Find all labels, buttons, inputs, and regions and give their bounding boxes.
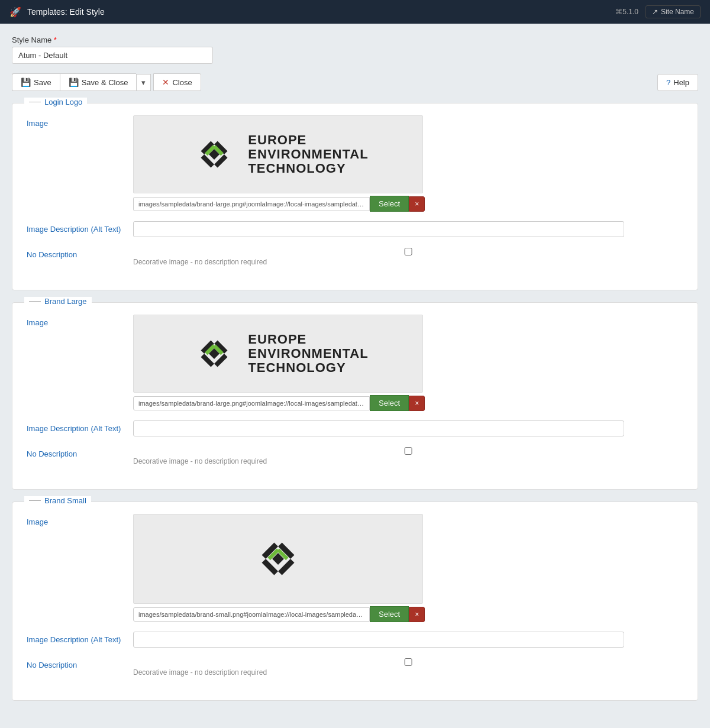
alt-label-login-logo: Image Description (Alt Text) <box>27 221 133 234</box>
section-legend-login-logo: Login Logo <box>24 98 87 106</box>
select-button-login-logo[interactable]: Select <box>370 196 409 212</box>
alt-row-brand-large: Image Description (Alt Text) <box>27 420 683 436</box>
save-icon: 💾 <box>21 77 31 87</box>
image-label-login-logo: Image <box>27 115 133 128</box>
alt-label-brand-large: Image Description (Alt Text) <box>27 420 133 433</box>
alt-content-brand-small <box>133 632 683 648</box>
chevron-down-icon: ▾ <box>141 78 146 87</box>
section-brand-small: Brand Small Image Select <box>12 501 698 701</box>
section-title-brand-large: Brand Large <box>44 297 87 306</box>
rocket-icon: 🚀 <box>9 7 21 18</box>
image-content-brand-small: Select × <box>133 514 683 622</box>
image-content-brand-large: EUROPE ENVIRONMENTAL TECHNOLOGY Select × <box>133 315 683 411</box>
image-row-brand-small: Image Select × <box>27 514 683 622</box>
section-brand-large: Brand Large Image <box>12 302 698 490</box>
image-preview-brand-large: EUROPE ENVIRONMENTAL TECHNOLOGY <box>133 315 423 393</box>
external-link-icon: ↗ <box>652 8 658 16</box>
image-row-login-logo: Image <box>27 115 683 212</box>
image-select-row-brand-large: Select × <box>133 395 683 411</box>
save-close-button[interactable]: 💾 Save & Close <box>60 73 137 91</box>
page-title: Templates: Edit Style <box>27 7 105 17</box>
image-row-brand-large: Image <box>27 315 683 411</box>
style-name-input[interactable] <box>12 47 213 64</box>
no-desc-checkbox-login-logo[interactable] <box>133 248 683 255</box>
legend-line <box>29 301 41 302</box>
alt-row-brand-small: Image Description (Alt Text) <box>27 632 683 648</box>
image-path-input-login-logo[interactable] <box>133 197 370 211</box>
no-desc-content-login-logo: Decorative image - no description requir… <box>133 247 683 266</box>
help-icon: ? <box>666 78 670 87</box>
site-name-label: Site Name <box>661 8 694 16</box>
no-desc-hint-brand-small: Decorative image - no description requir… <box>133 668 683 677</box>
close-icon: ✕ <box>162 77 169 87</box>
site-name-button[interactable]: ↗ Site Name <box>646 5 701 18</box>
alt-input-brand-small[interactable] <box>133 632 624 648</box>
image-label-brand-large: Image <box>27 315 133 327</box>
no-desc-checkbox-brand-large[interactable] <box>133 447 683 455</box>
save-button[interactable]: 💾 Save <box>12 73 60 91</box>
select-button-brand-small[interactable]: Select <box>370 606 409 622</box>
alt-content-brand-large <box>133 420 683 436</box>
toolbar: 💾 Save 💾 Save & Close ▾ ✕ Close ? Help <box>12 73 698 91</box>
help-button[interactable]: ? Help <box>657 74 698 91</box>
section-login-logo: Login Logo Image <box>12 103 698 290</box>
main-content: Style Name * 💾 Save 💾 Save & Close ▾ ✕ C… <box>0 24 710 728</box>
dropdown-button[interactable]: ▾ <box>136 74 151 91</box>
image-select-row-login-logo: Select × <box>133 196 683 212</box>
no-desc-row-brand-small: No Description Decorative image - no des… <box>27 657 683 677</box>
no-desc-checkbox-brand-small[interactable] <box>133 658 683 666</box>
alt-label-brand-small: Image Description (Alt Text) <box>27 632 133 644</box>
section-title-brand-small: Brand Small <box>44 496 86 505</box>
no-desc-label-login-logo: No Description <box>27 247 133 259</box>
alt-row-login-logo: Image Description (Alt Text) <box>27 221 683 237</box>
topbar-left: 🚀 Templates: Edit Style <box>9 7 105 18</box>
image-label-brand-small: Image <box>27 514 133 526</box>
select-button-brand-large[interactable]: Select <box>370 395 409 411</box>
alt-content-login-logo <box>133 221 683 237</box>
clear-button-brand-small[interactable]: × <box>409 607 425 622</box>
alt-input-brand-large[interactable] <box>133 420 624 436</box>
image-select-row-brand-small: Select × <box>133 606 683 622</box>
topbar: 🚀 Templates: Edit Style ⌘5.1.0 ↗ Site Na… <box>0 0 710 24</box>
no-desc-content-brand-large: Decorative image - no description requir… <box>133 446 683 465</box>
topbar-right: ⌘5.1.0 ↗ Site Name <box>615 5 701 18</box>
section-legend-brand-small: Brand Small <box>24 496 91 505</box>
image-preview-brand-small <box>133 514 423 604</box>
no-desc-label-brand-small: No Description <box>27 657 133 669</box>
image-preview-login-logo: EUROPE ENVIRONMENTAL TECHNOLOGY <box>133 115 423 193</box>
close-button[interactable]: ✕ Close <box>153 73 201 91</box>
image-path-input-brand-large[interactable] <box>133 396 370 410</box>
image-path-input-brand-small[interactable] <box>133 607 370 622</box>
style-name-group: Style Name * <box>12 35 698 64</box>
no-desc-content-brand-small: Decorative image - no description requir… <box>133 657 683 677</box>
no-desc-hint-brand-large: Decorative image - no description requir… <box>133 457 683 465</box>
save-close-icon: 💾 <box>69 77 79 87</box>
no-desc-hint-login-logo: Decorative image - no description requir… <box>133 258 683 266</box>
legend-line <box>29 102 41 102</box>
alt-input-login-logo[interactable] <box>133 221 624 237</box>
no-desc-label-brand-large: No Description <box>27 446 133 458</box>
no-desc-row-login-logo: No Description Decorative image - no des… <box>27 247 683 266</box>
legend-line <box>29 500 41 501</box>
clear-button-brand-large[interactable]: × <box>409 396 425 411</box>
version-label: ⌘5.1.0 <box>615 8 638 16</box>
required-marker: * <box>54 35 57 44</box>
image-content-login-logo: EUROPE ENVIRONMENTAL TECHNOLOGY Select × <box>133 115 683 212</box>
section-title-login-logo: Login Logo <box>44 98 82 106</box>
no-desc-row-brand-large: No Description Decorative image - no des… <box>27 446 683 465</box>
clear-button-login-logo[interactable]: × <box>409 196 425 212</box>
style-name-label: Style Name * <box>12 35 698 44</box>
section-legend-brand-large: Brand Large <box>24 297 92 306</box>
sections-container: Login Logo Image <box>12 103 698 701</box>
